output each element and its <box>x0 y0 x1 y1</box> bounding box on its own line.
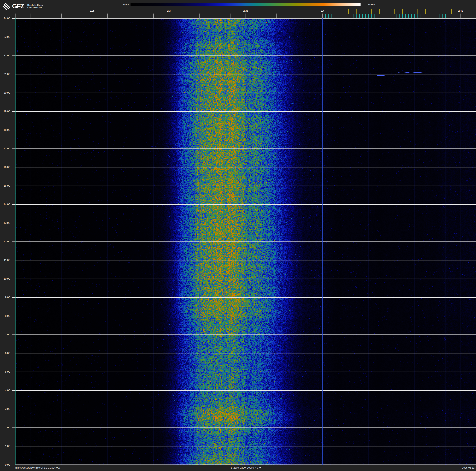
freq-minor-tick <box>123 14 123 18</box>
time-axis-tick <box>12 148 15 149</box>
ble-channel-tick <box>372 14 372 18</box>
wifi-channel-tick <box>356 9 357 14</box>
time-axis-label: 5:00 <box>0 370 10 373</box>
ble-channel-tick <box>362 14 363 18</box>
time-axis-label: 16:00 <box>0 166 10 169</box>
time-axis-label: 11:00 <box>0 259 10 262</box>
gfz-logo-text: GFZ <box>12 2 24 10</box>
time-axis-label: 14:00 <box>0 203 10 206</box>
wifi-channel-tick <box>394 9 395 14</box>
freq-minor-tick <box>292 14 292 18</box>
freq-minor-tick <box>107 14 108 18</box>
ble-channel-tick <box>368 14 369 18</box>
wifi-channel-tick <box>379 9 380 14</box>
colorbar-gradient <box>131 3 360 6</box>
freq-minor-tick <box>215 14 215 18</box>
time-axis-label: 4:00 <box>0 389 10 392</box>
time-axis-label: 6:00 <box>0 352 10 355</box>
time-axis-tick <box>12 390 15 391</box>
freq-minor-tick <box>261 14 261 18</box>
ble-channel-tick <box>427 14 427 18</box>
ble-channel-tick <box>399 14 400 18</box>
time-axis-tick <box>12 223 15 223</box>
time-axis-tick <box>12 409 15 409</box>
spectrogram-plot <box>15 18 476 465</box>
time-axis-label: 21:00 <box>0 73 10 76</box>
freq-axis-label: 2.25 <box>86 10 98 12</box>
wifi-channel-tick <box>410 9 410 14</box>
ble-channel-tick <box>414 14 415 18</box>
wifi-channel-tick <box>425 9 426 14</box>
time-axis-label: 24:00 <box>0 17 10 20</box>
ble-channel-tick <box>353 14 354 18</box>
wifi-channel-tick <box>348 9 349 14</box>
wifi-channel-tick <box>364 9 364 14</box>
freq-minor-tick <box>200 14 200 18</box>
date-label: 2025-06-11 <box>462 466 475 469</box>
ble-channel-tick <box>396 14 396 18</box>
time-axis-label: 22:00 <box>0 54 10 57</box>
ble-channel-tick <box>402 14 403 18</box>
ble-channel-tick <box>393 14 393 18</box>
time-axis-label: 8:00 <box>0 314 10 318</box>
freq-minor-tick <box>276 14 276 18</box>
ble-channel-tick <box>430 14 430 18</box>
ble-channel-tick <box>405 14 406 18</box>
wifi-channel-tick <box>372 9 372 14</box>
ble-channel-tick <box>325 14 326 18</box>
ble-channel-tick <box>344 14 344 18</box>
ble-channel-tick <box>390 14 390 18</box>
ble-channel-tick <box>424 14 424 18</box>
ble-channel-tick <box>408 14 409 18</box>
time-axis-label: 10:00 <box>0 277 10 280</box>
freq-minor-tick <box>184 14 184 18</box>
freq-axis-label: 2.3 <box>163 10 175 12</box>
time-axis-tick <box>12 372 15 372</box>
ble-channel-tick <box>328 14 329 18</box>
ble-channel-tick <box>347 14 347 18</box>
freq-minor-tick <box>61 14 62 18</box>
time-axis-tick <box>12 55 15 56</box>
time-axis-tick <box>12 167 15 167</box>
freq-axis-label: 2.49 <box>455 10 467 12</box>
time-axis-label: 12:00 <box>0 240 10 243</box>
spectrogram-page: GFZ Helmholtz Centre for Geosciences -75… <box>0 0 476 471</box>
doi-link[interactable]: https://doi.org/10.5880/GFZ.1.2.2024.003 <box>15 466 61 469</box>
time-axis-tick <box>12 241 15 242</box>
time-axis-label: 13:00 <box>0 221 10 225</box>
ble-channel-tick <box>378 14 378 18</box>
freq-minor-tick <box>246 14 246 18</box>
time-axis-label: 1:00 <box>0 445 10 448</box>
freq-minor-tick <box>31 14 31 18</box>
ble-channel-tick <box>418 14 418 18</box>
ble-channel-tick <box>335 14 335 18</box>
ble-channel-tick <box>387 14 387 18</box>
wifi-channel-tick <box>387 9 387 14</box>
ble-channel-tick <box>421 14 421 18</box>
time-axis-tick <box>12 204 15 205</box>
freq-axis-label: 2.35 <box>239 10 252 12</box>
wifi-channel-tick <box>402 9 403 14</box>
wifi-channel-tick <box>341 9 341 14</box>
ble-channel-tick <box>442 14 442 18</box>
time-axis-tick <box>12 297 15 298</box>
ble-channel-tick <box>332 14 332 18</box>
time-axis-label: 18:00 <box>0 128 10 132</box>
logo-subtitle-line1: Helmholtz Centre <box>27 4 43 6</box>
wifi-channel-tick <box>451 9 452 14</box>
time-axis-tick <box>12 18 15 18</box>
ble-channel-tick <box>359 14 360 18</box>
gfz-logo-icon <box>3 3 10 10</box>
gfz-logo-subtitle: Helmholtz Centre for Geosciences <box>27 4 43 9</box>
time-axis-tick <box>12 465 15 465</box>
time-axis-tick <box>12 37 15 37</box>
time-axis-label: 23:00 <box>0 36 10 38</box>
time-axis-tick <box>12 334 15 335</box>
ble-channel-tick <box>341 14 341 18</box>
freq-axis-label: 2.4 <box>316 10 329 12</box>
time-axis-label: 19:00 <box>0 110 10 113</box>
logo-subtitle-line2: for Geosciences <box>27 6 43 9</box>
colorbar-min-label: -75 dBm <box>116 3 129 6</box>
freq-minor-tick <box>322 14 323 18</box>
freq-minor-tick <box>46 14 46 18</box>
